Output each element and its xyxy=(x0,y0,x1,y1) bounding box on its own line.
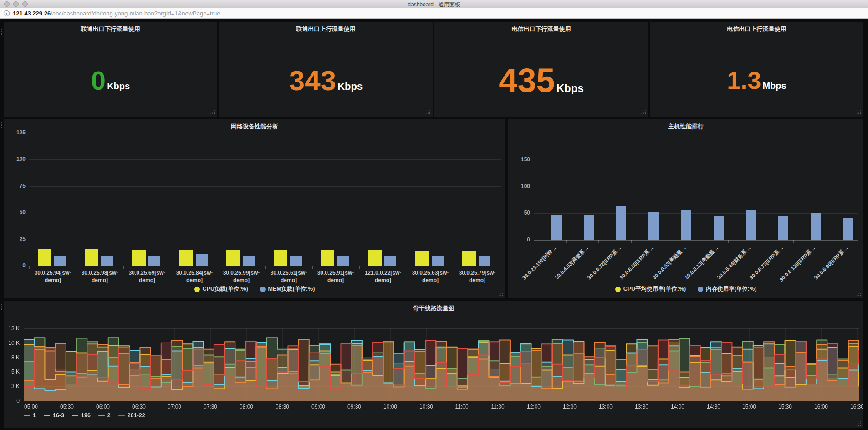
x-axis-tick xyxy=(265,266,266,269)
panel-title[interactable]: 网络设备性能分析 xyxy=(4,119,505,130)
x-axis-category-label: 30.0.25.61[sw-demo] xyxy=(265,270,312,284)
legend-item-1[interactable]: 1 xyxy=(24,412,36,419)
legend-label: 2 xyxy=(107,412,111,419)
bar-内存使用率(单位:%)[interactable] xyxy=(811,213,821,240)
legend-dot-icon xyxy=(260,287,266,292)
legend-label: 16-3 xyxy=(53,412,64,419)
legend-item-201-22[interactable]: 201-22 xyxy=(118,412,145,419)
legend-item-MEM负载(单位:%)[interactable]: MEM负载(单位:%) xyxy=(260,285,315,293)
x-axis-category-label: 30.0.25.98[sw-demo] xyxy=(76,270,123,284)
bar-MEM负载(单位:%)[interactable] xyxy=(384,256,396,266)
row-menu-handle[interactable] xyxy=(1,29,2,30)
x-axis-category-label: 30.0.25.69[sw-demo] xyxy=(123,270,171,284)
legend-item-196[interactable]: 196 xyxy=(72,412,91,419)
legend-item-CPU平均使用率(单位:%)[interactable]: CPU平均使用率(单位:%) xyxy=(615,285,686,293)
bar-CPU负载(单位:%)[interactable] xyxy=(85,249,98,266)
bar-内存使用率(单位:%)[interactable] xyxy=(648,212,659,240)
grid-line xyxy=(534,187,858,187)
bar-CPU负载(单位:%)[interactable] xyxy=(368,250,382,266)
stat-panel-unicom-down: 联通出口下行流量使用 0Kbps xyxy=(4,22,217,117)
grid-line xyxy=(534,160,858,160)
bar-CPU负载(单位:%)[interactable] xyxy=(321,250,334,266)
stat-value: 435Kbps xyxy=(499,67,583,94)
legend-item-16-3[interactable]: 16-3 xyxy=(44,412,64,419)
panel-resize-grip[interactable] xyxy=(429,113,430,114)
row-menu-handle[interactable] xyxy=(1,122,2,123)
panel-title[interactable]: 主机性能排行 xyxy=(508,119,863,130)
x-axis-tick xyxy=(598,240,599,243)
legend-item-2[interactable]: 2 xyxy=(98,412,111,419)
address-bar[interactable]: i 121.43.229.26/abc/dashboard/db/tong-yo… xyxy=(0,8,868,19)
stat-value: 343Kbps xyxy=(289,69,363,92)
bar-MEM负载(单位:%)[interactable] xyxy=(148,256,160,266)
x-axis-category-label: 30.0.6.80[ERP系… xyxy=(618,245,655,281)
x-axis-tick xyxy=(566,240,567,243)
grid-line xyxy=(29,240,501,240)
bar-CPU负载(单位:%)[interactable] xyxy=(226,250,240,266)
panel-resize-grip[interactable] xyxy=(502,295,503,296)
panel-resize-grip[interactable] xyxy=(860,113,861,114)
bar-MEM负载(单位:%)[interactable] xyxy=(337,256,349,266)
x-axis-category-label: 30.0.21.152[时钟… xyxy=(521,245,558,282)
legend-dot-icon xyxy=(194,287,200,292)
legend-dash-icon xyxy=(118,415,125,416)
bar-MEM负载(单位:%)[interactable] xyxy=(54,256,66,266)
bar-MEM负载(单位:%)[interactable] xyxy=(479,256,490,266)
url-host: 121.43.229.26 xyxy=(13,10,51,17)
bar-内存使用率(单位:%)[interactable] xyxy=(714,216,724,240)
bar-MEM负载(单位:%)[interactable] xyxy=(290,256,302,266)
chart-legend: CPU平均使用率(单位:%)内存使用率(单位:%) xyxy=(508,285,863,293)
legend-item-CPU负载(单位:%)[interactable]: CPU负载(单位:%) xyxy=(194,285,248,293)
bar-MEM负载(单位:%)[interactable] xyxy=(243,256,255,266)
x-axis-tick xyxy=(631,240,632,243)
bar-MEM负载(单位:%)[interactable] xyxy=(101,256,113,266)
stat-value: 0Kbps xyxy=(91,70,130,91)
row-menu-handle[interactable] xyxy=(1,304,2,305)
bar-内存使用率(单位:%)[interactable] xyxy=(843,218,853,240)
legend-dot-icon xyxy=(698,287,703,292)
x-axis-tick xyxy=(171,266,171,269)
x-axis-category-label: 30.0.25.99[sw-demo] xyxy=(218,270,265,284)
x-axis-category-label: 30.0.25.91[sw-demo] xyxy=(312,270,359,284)
x-axis-tick xyxy=(218,266,218,269)
bar-CPU负载(单位:%)[interactable] xyxy=(179,250,193,266)
bar-MEM负载(单位:%)[interactable] xyxy=(432,256,444,266)
panel-title[interactable]: 联通出口下行流量使用 xyxy=(4,22,217,33)
bar-CPU负载(单位:%)[interactable] xyxy=(462,251,476,266)
backbone-traffic-chart-panel: 骨干线路流量图 116-31962201-22 xyxy=(4,301,863,428)
bar-CPU负载(单位:%)[interactable] xyxy=(415,251,429,266)
line-chart-canvas[interactable] xyxy=(4,301,863,428)
bar-CPU负载(单位:%)[interactable] xyxy=(38,249,51,266)
grid-line xyxy=(29,213,501,213)
panel-title[interactable]: 电信出口下行流量使用 xyxy=(434,22,648,33)
panel-resize-grip[interactable] xyxy=(860,425,861,426)
legend-dash-icon xyxy=(44,415,50,416)
x-axis-tick xyxy=(858,240,858,243)
grafana-dashboard: 联通出口下行流量使用 0Kbps 联通出口上行流量使用 343Kbps 电信出口… xyxy=(0,19,868,430)
bar-内存使用率(单位:%)[interactable] xyxy=(551,215,562,240)
bar-内存使用率(单位:%)[interactable] xyxy=(746,210,756,240)
bar-内存使用率(单位:%)[interactable] xyxy=(778,216,788,240)
bar-CPU负载(单位:%)[interactable] xyxy=(274,250,287,266)
panel-title[interactable]: 电信出口上行流量使用 xyxy=(650,22,863,33)
panel-resize-grip[interactable] xyxy=(860,295,861,296)
x-axis-category-label: 30.0.4.53[网管系… xyxy=(554,245,590,281)
page-info-icon[interactable]: i xyxy=(4,10,10,16)
url-path: /abc/dashboard/db/tong-yong-mian-ban?org… xyxy=(51,10,220,17)
bar-CPU负载(单位:%)[interactable] xyxy=(132,250,146,266)
panel-resize-grip[interactable] xyxy=(214,113,215,114)
x-axis-tick xyxy=(826,240,826,243)
bar-MEM负载(单位:%)[interactable] xyxy=(196,254,208,266)
x-axis-category-label: 30.0.25.79[sw-demo] xyxy=(454,270,501,284)
legend-item-内存使用率(单位:%)[interactable]: 内存使用率(单位:%) xyxy=(698,285,756,293)
panel-resize-grip[interactable] xyxy=(645,113,646,114)
bar-内存使用率(单位:%)[interactable] xyxy=(681,210,691,240)
bar-内存使用率(单位:%)[interactable] xyxy=(584,215,594,240)
y-axis-tick-label: 50 xyxy=(7,209,26,215)
panel-title[interactable]: 联通出口上行流量使用 xyxy=(219,22,433,33)
bar-内存使用率(单位:%)[interactable] xyxy=(616,206,626,240)
legend-dot-icon xyxy=(615,287,621,292)
y-axis-tick-label: 100 xyxy=(7,156,26,162)
x-axis-tick xyxy=(359,266,360,269)
y-axis-tick-label: 0 xyxy=(7,262,26,269)
